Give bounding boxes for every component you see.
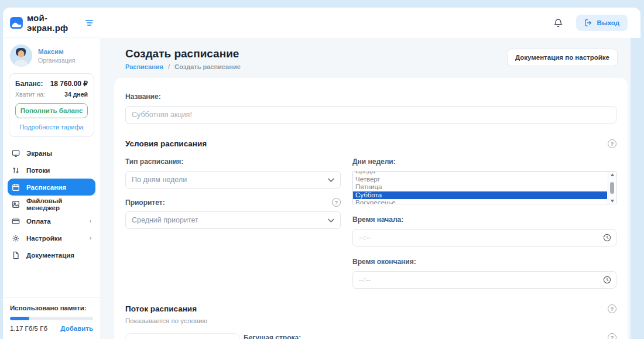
streams-icon [12, 166, 20, 174]
logout-button[interactable]: Выход [576, 15, 628, 31]
logout-icon [584, 19, 592, 27]
sidebar-item-screens[interactable]: Экраны [3, 145, 100, 162]
image-icon [12, 200, 20, 208]
scroll-up-icon[interactable] [608, 172, 616, 177]
add-memory-link[interactable]: Добавить [60, 325, 93, 332]
memory-progress-track [10, 317, 93, 320]
user-profile[interactable]: Максим Организация [3, 38, 100, 72]
day-option[interactable]: Пятница [353, 183, 607, 191]
ticker-label: Бегущая строка: [244, 334, 301, 339]
stream-section-title: Поток расписания [125, 304, 197, 313]
conditions-section-title: Условия расписания [125, 139, 207, 148]
main-content: Создать расписание Расписания / Создать … [100, 38, 631, 339]
monitor-icon [12, 149, 20, 157]
sidebar-item-schedules[interactable]: Расписания [8, 179, 95, 196]
end-time-input[interactable] [352, 271, 616, 289]
chevron-right-icon: › [90, 235, 91, 241]
brand-logo-icon [10, 17, 23, 29]
user-name: Максим [38, 48, 75, 55]
days-listbox[interactable]: Среда Четверг Пятница Суббота Воскресень… [352, 171, 616, 204]
schedule-name-input[interactable] [125, 106, 616, 124]
credit-card-icon [12, 217, 20, 225]
gear-icon [12, 234, 20, 242]
memory-used: 1.17 Гб/5 Гб [10, 325, 47, 332]
day-option-selected[interactable]: Суббота [353, 191, 607, 200]
day-option[interactable]: Воскресенье [353, 199, 607, 204]
calendar-icon [12, 183, 20, 191]
day-option[interactable]: Четверг [353, 176, 607, 184]
chevron-right-icon: › [90, 218, 91, 224]
chevron-down-icon [328, 178, 334, 182]
org-logo-panel: Логотип организации ? Логотип не выбран … [125, 333, 240, 339]
day-option[interactable]: Среда [353, 171, 607, 176]
notifications-bell-icon[interactable] [553, 18, 563, 28]
balance-card: Баланс: 18 760.00 ₽ Хватит на: 34 дней П… [9, 73, 94, 137]
balance-label: Баланс: [15, 80, 43, 88]
breadcrumb-current: Создать расписание [174, 63, 241, 70]
user-role: Организация [38, 57, 75, 64]
priority-select[interactable]: Средний приоритет [125, 211, 341, 229]
days-label: Дни недели: [352, 157, 396, 166]
end-time-label: Время окончания: [352, 258, 416, 266]
start-time-input[interactable] [352, 229, 616, 246]
schedule-type-select[interactable]: По дням недели [125, 171, 341, 189]
start-time-label: Время начала: [352, 215, 403, 224]
document-icon [12, 251, 20, 259]
memory-progress-fill [10, 317, 29, 320]
avatar [10, 44, 32, 67]
help-icon[interactable]: ? [332, 198, 341, 207]
balance-duration-label: Хватит на: [15, 91, 45, 98]
logo-row: мой-экран.рф [3, 8, 100, 38]
tariff-details-link[interactable]: Подробности тарифа [15, 124, 88, 131]
topup-balance-button[interactable]: Пополнить баланс [15, 103, 88, 118]
sidebar-item-docs[interactable]: Документация [3, 246, 100, 263]
listbox-scrollbar[interactable] [608, 172, 616, 204]
name-label: Название: [125, 93, 161, 101]
stream-subtitle: Показывается по условию [125, 317, 616, 324]
collapse-sidebar-icon[interactable] [85, 20, 93, 26]
sidebar: мой-экран.рф Максим Организация Баланс: … [3, 8, 100, 339]
sidebar-menu: Экраны Потоки Расписания Файловый менедж… [3, 145, 100, 263]
breadcrumb-parent[interactable]: Расписания [125, 63, 163, 70]
sidebar-item-settings[interactable]: Настройки › [3, 230, 100, 246]
help-icon[interactable]: ? [608, 304, 616, 313]
balance-duration: 34 дней [64, 91, 88, 98]
sidebar-item-streams[interactable]: Потоки [3, 162, 100, 179]
topbar: Выход [100, 8, 640, 38]
balance-amount: 18 760.00 ₽ [50, 80, 88, 88]
help-icon[interactable]: ? [608, 333, 616, 339]
sidebar-item-file-manager[interactable]: Файловый менеджер [3, 196, 100, 213]
sidebar-item-payment[interactable]: Оплата › [3, 213, 100, 230]
type-label: Тип расписания: [125, 157, 183, 166]
scroll-down-icon[interactable] [608, 198, 616, 204]
priority-label: Приоритет: [125, 198, 165, 207]
memory-label: Использовано памяти: [10, 304, 93, 311]
memory-usage: Использовано памяти: 1.17 Гб/5 Гб Добави… [3, 297, 100, 339]
brand-name: мой-экран.рф [27, 13, 85, 33]
scrollbar-thumb[interactable] [610, 182, 614, 194]
chevron-down-icon [328, 218, 334, 222]
setup-docs-button[interactable]: Документация по настройке [507, 49, 618, 66]
help-icon[interactable]: ? [608, 139, 616, 148]
schedule-form-card: Название: Условия расписания ? Тип распи… [114, 78, 628, 339]
